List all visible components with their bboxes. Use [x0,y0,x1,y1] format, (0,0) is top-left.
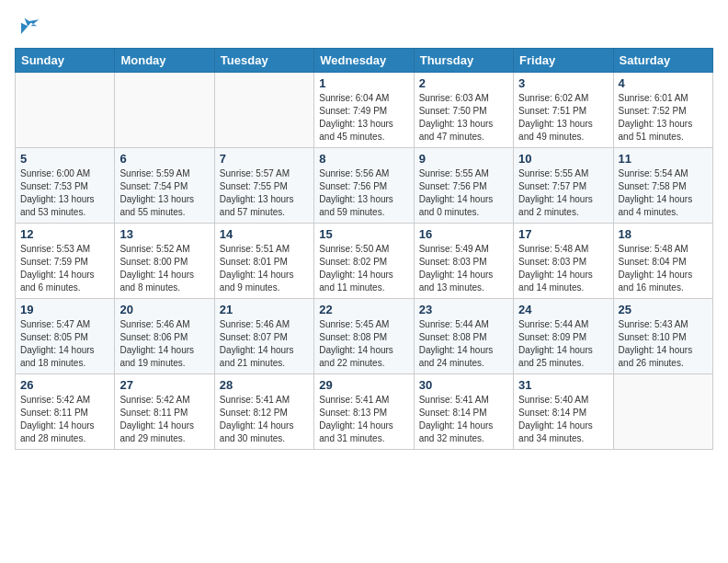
calendar-day-cell: 27Sunrise: 5:42 AMSunset: 8:11 PMDayligh… [115,374,214,450]
calendar-day-cell [16,73,115,148]
sunset-text: Sunset: 7:52 PM [619,105,708,118]
daylight-text: Daylight: 14 hours and 8 minutes. [119,269,209,294]
day-number: 10 [518,152,608,166]
daylight-text: Daylight: 13 hours and 59 minutes. [319,193,408,219]
sunrise-text: Sunrise: 6:04 AM [319,92,408,105]
day-info: Sunrise: 5:48 AMSunset: 8:04 PMDaylight:… [619,243,708,294]
day-info: Sunrise: 5:41 AMSunset: 8:13 PMDaylight:… [319,394,408,445]
svg-marker-0 [21,18,39,35]
sunset-text: Sunset: 7:56 PM [419,180,508,193]
calendar-day-cell: 8Sunrise: 5:56 AMSunset: 7:56 PMDaylight… [314,148,414,224]
calendar-day-cell: 6Sunrise: 5:59 AMSunset: 7:54 PMDaylight… [115,148,214,224]
sunrise-text: Sunrise: 6:01 AM [619,92,708,105]
calendar-day-cell: 25Sunrise: 5:43 AMSunset: 8:10 PMDayligh… [613,299,712,374]
day-info: Sunrise: 5:55 AMSunset: 7:56 PMDaylight:… [419,167,508,219]
calendar-day-cell: 26Sunrise: 5:42 AMSunset: 8:11 PMDayligh… [16,374,115,450]
day-number: 14 [220,227,309,241]
calendar-week-row: 12Sunrise: 5:53 AMSunset: 7:59 PMDayligh… [16,224,713,299]
day-number: 31 [518,378,608,392]
day-info: Sunrise: 5:42 AMSunset: 8:11 PMDaylight:… [20,394,109,445]
sunrise-text: Sunrise: 5:54 AM [619,167,708,180]
sunset-text: Sunset: 8:03 PM [518,256,608,269]
daylight-text: Daylight: 14 hours and 29 minutes. [119,419,209,445]
day-number: 18 [619,227,708,241]
sunrise-text: Sunrise: 5:42 AM [119,394,209,407]
sunset-text: Sunset: 8:14 PM [419,407,508,419]
calendar-day-cell: 15Sunrise: 5:50 AMSunset: 8:02 PMDayligh… [314,224,414,299]
day-info: Sunrise: 5:54 AMSunset: 7:58 PMDaylight:… [619,167,708,219]
day-of-week-header: Tuesday [214,49,313,73]
day-of-week-header: Friday [514,49,613,73]
sunset-text: Sunset: 7:56 PM [319,180,408,193]
sunrise-text: Sunrise: 5:51 AM [220,243,309,256]
daylight-text: Daylight: 14 hours and 11 minutes. [319,269,408,294]
day-number: 4 [619,76,708,90]
calendar-day-cell: 22Sunrise: 5:45 AMSunset: 8:08 PMDayligh… [314,299,414,374]
calendar-day-cell: 23Sunrise: 5:44 AMSunset: 8:08 PMDayligh… [414,299,513,374]
sunrise-text: Sunrise: 5:57 AM [220,167,309,180]
calendar-day-cell: 19Sunrise: 5:47 AMSunset: 8:05 PMDayligh… [16,299,115,374]
daylight-text: Daylight: 14 hours and 19 minutes. [119,344,209,370]
day-number: 27 [119,378,209,392]
sunset-text: Sunset: 7:59 PM [20,256,109,269]
calendar-day-cell: 14Sunrise: 5:51 AMSunset: 8:01 PMDayligh… [214,224,313,299]
daylight-text: Daylight: 13 hours and 47 minutes. [419,118,508,144]
page-header [15,15,713,40]
sunset-text: Sunset: 7:54 PM [119,180,209,193]
daylight-text: Daylight: 14 hours and 2 minutes. [518,193,608,219]
calendar-table: SundayMondayTuesdayWednesdayThursdayFrid… [15,48,713,450]
day-number: 29 [319,378,408,392]
sunrise-text: Sunrise: 5:41 AM [419,394,508,407]
daylight-text: Daylight: 14 hours and 26 minutes. [619,344,708,370]
day-info: Sunrise: 6:01 AMSunset: 7:52 PMDaylight:… [619,92,708,144]
calendar-day-cell: 28Sunrise: 5:41 AMSunset: 8:12 PMDayligh… [214,374,313,450]
day-info: Sunrise: 5:41 AMSunset: 8:14 PMDaylight:… [419,394,508,445]
daylight-text: Daylight: 14 hours and 32 minutes. [419,419,508,445]
day-number: 24 [518,303,608,316]
sunset-text: Sunset: 7:53 PM [20,180,109,193]
day-info: Sunrise: 6:02 AMSunset: 7:51 PMDaylight:… [518,92,608,144]
day-number: 12 [20,227,109,241]
sunset-text: Sunset: 7:49 PM [319,105,408,118]
day-of-week-header: Wednesday [314,49,414,73]
sunrise-text: Sunrise: 5:48 AM [518,243,608,256]
day-info: Sunrise: 5:53 AMSunset: 7:59 PMDaylight:… [20,243,109,294]
sunset-text: Sunset: 8:08 PM [419,331,508,344]
calendar-week-row: 5Sunrise: 6:00 AMSunset: 7:53 PMDaylight… [16,148,713,224]
calendar-day-cell [214,73,313,148]
sunrise-text: Sunrise: 5:56 AM [319,167,408,180]
day-number: 6 [119,152,209,166]
daylight-text: Daylight: 14 hours and 22 minutes. [319,344,408,370]
day-number: 19 [20,303,109,316]
calendar-day-cell: 16Sunrise: 5:49 AMSunset: 8:03 PMDayligh… [414,224,513,299]
daylight-text: Daylight: 14 hours and 16 minutes. [619,269,708,294]
calendar-day-cell: 30Sunrise: 5:41 AMSunset: 8:14 PMDayligh… [414,374,513,450]
sunset-text: Sunset: 8:00 PM [119,256,209,269]
sunrise-text: Sunrise: 5:44 AM [419,318,508,331]
day-number: 3 [518,76,608,90]
sunset-text: Sunset: 7:55 PM [220,180,309,193]
day-number: 21 [220,303,309,316]
calendar-day-cell [115,73,214,148]
sunrise-text: Sunrise: 5:59 AM [119,167,209,180]
calendar-week-row: 19Sunrise: 5:47 AMSunset: 8:05 PMDayligh… [16,299,713,374]
daylight-text: Daylight: 13 hours and 49 minutes. [518,118,608,144]
calendar-day-cell: 11Sunrise: 5:54 AMSunset: 7:58 PMDayligh… [613,148,712,224]
day-info: Sunrise: 5:59 AMSunset: 7:54 PMDaylight:… [119,167,209,219]
day-of-week-header: Thursday [414,49,513,73]
daylight-text: Daylight: 14 hours and 24 minutes. [419,344,508,370]
daylight-text: Daylight: 14 hours and 14 minutes. [518,269,608,294]
sunset-text: Sunset: 8:12 PM [220,407,309,419]
day-info: Sunrise: 6:00 AMSunset: 7:53 PMDaylight:… [20,167,109,219]
sunrise-text: Sunrise: 5:55 AM [419,167,508,180]
sunset-text: Sunset: 8:10 PM [619,331,708,344]
calendar-day-cell [613,374,712,450]
day-info: Sunrise: 5:46 AMSunset: 8:06 PMDaylight:… [119,318,209,370]
daylight-text: Daylight: 14 hours and 4 minutes. [619,193,708,219]
daylight-text: Daylight: 14 hours and 13 minutes. [419,269,508,294]
daylight-text: Daylight: 14 hours and 30 minutes. [220,419,309,445]
sunset-text: Sunset: 7:57 PM [518,180,608,193]
sunrise-text: Sunrise: 6:03 AM [419,92,508,105]
daylight-text: Daylight: 14 hours and 21 minutes. [220,344,309,370]
daylight-text: Daylight: 14 hours and 0 minutes. [419,193,508,219]
